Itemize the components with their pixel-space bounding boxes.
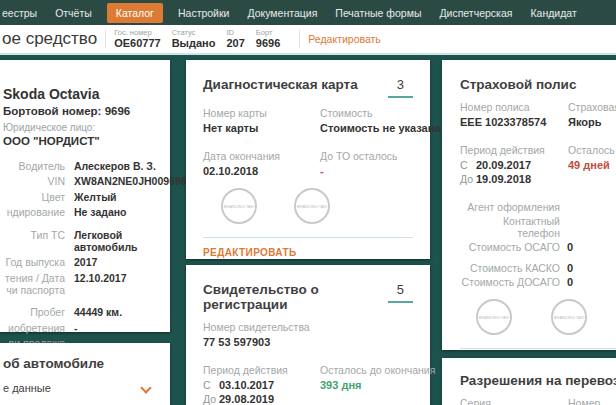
header-field-id: ID 207 [226,29,244,49]
days-left-value: 393 дня [320,379,435,391]
number-label: Номер [568,397,600,405]
legal-entity-value: ООО "НОРДИСТ" [3,135,164,147]
period-from-date: 03.10.2017 [219,379,274,391]
attr-value: 2017 [74,256,97,268]
branding-taxi-placeholder[interactable]: BRANDING TAXI [476,299,512,335]
agent-label: Агент оформления [460,201,560,213]
period-from-date: 20.09.2017 [476,159,531,171]
dosago-cost-label: Стоимость ДОСАГО [460,276,560,288]
series-label: Серия [460,397,568,405]
attr-row-vin: VINXW8AN2NE0JH009696 [3,175,164,187]
insurance-company-value: Якорь [568,116,616,128]
nav-item-nastroyki[interactable]: Настройки [178,7,230,19]
osago-cost-value: 0 [567,241,573,253]
chevron-down-icon [140,382,151,393]
certificate-number-label: Номер свидетельства [203,321,413,333]
attr-value: Не задано [74,206,127,218]
registration-count-badge[interactable]: 5 [388,282,413,303]
registration-card: Свидетельство о регистрации 5 Номер свид… [186,265,430,405]
branding-taxi-placeholder[interactable]: BRANDING TAXI [221,188,257,224]
attr-label: Пробег [3,306,65,318]
legal-entity-label: Юридическое лицо: [3,122,164,133]
nav-item-otchety[interactable]: Отчёты [55,7,92,19]
insurance-card-title: Страховой полис [460,77,616,92]
registration-card-title: Свидетельство о регистрации [203,282,388,312]
edit-diagnostic-link[interactable]: РЕДАКТИРОВАТЬ [203,247,413,258]
days-left-value: 49 дней [568,159,616,171]
insurance-company-label: Страховая компания [568,101,616,113]
field-value: 207 [226,37,244,49]
nav-item-katalog[interactable]: Каталог [107,3,163,23]
period-to-prefix: До [203,393,219,405]
attr-label: иобретения [3,322,65,334]
attr-label: Водитель [3,160,65,172]
end-date-value: 02.10.2018 [203,165,320,177]
permits-card-title: Разрешения на перевозку [460,373,616,388]
card-number-label: Номер карты [203,107,320,119]
vehicle-header: ое средство Гос. номер ОЕ60777 Статус Вы… [0,25,616,55]
permits-card: Разрешения на перевозку Серия Номер [442,358,616,405]
nav-item-dispetcherskaya[interactable]: Диспетчерская [439,7,512,19]
card-divider [460,348,616,349]
header-field-gos-nomer: Гос. номер ОЕ60777 [114,29,160,49]
attr-row-color: ЦветЖелтый [3,191,164,203]
vehicle-board-number: Бортовой номер: 9696 [3,105,164,117]
field-value: ОЕ60777 [114,37,160,49]
period-to-prefix: До [460,173,476,185]
field-value: Выдано [172,37,216,49]
kasko-cost-label: Стоимость КАСКО [460,262,560,274]
card-number-value: Нет карты [203,122,320,134]
nav-item-dokumentaciya[interactable]: Документация [247,7,317,19]
days-left-label: Осталось до окончания [320,364,435,376]
about-car-title: об автомобиле [3,356,154,371]
period-label: Период действия [203,364,320,376]
branding-taxi-label: BRANDING TAXI [296,204,329,209]
branding-taxi-placeholder[interactable]: BRANDING TAXI [551,299,587,335]
header-field-status: Статус Выдано [172,29,216,49]
period-label: Период действия [460,144,568,156]
branding-taxi-label: BRANDING TAXI [478,315,511,320]
app-root: еестры Отчёты Каталог Настройки Документ… [0,0,616,405]
period-to-date: 19.09.2018 [476,173,531,185]
period-from-prefix: С [203,379,219,391]
vehicle-summary-card: Skoda Octavia Бортовой номер: 9696 Юриди… [0,60,170,332]
attr-row-type: Тип ТСЛегковой автомобиль [3,229,164,254]
nav-item-pechatnye-formy[interactable]: Печатные формы [335,7,421,19]
period-from-prefix: С [460,159,476,171]
header-divider [105,30,106,48]
attr-label: VIN [3,175,65,187]
diagnostic-card-title: Диагностическая карта [203,77,358,92]
branding-taxi-placeholder[interactable]: BRANDING TAXI [294,188,330,224]
nav-item-kandidat[interactable]: Кандидат [530,7,576,19]
about-car-card: об автомобиле е данные [0,343,170,405]
attr-label: Тип ТС [3,229,65,254]
nav-item-reestry[interactable]: еестры [2,7,37,19]
attr-value: Алескеров В. З. [74,160,156,172]
period-to-date: 29.08.2019 [219,393,274,405]
branding-taxi-label: BRANDING TAXI [553,315,586,320]
cost-label: Стоимость [320,107,440,119]
attr-value: XW8AN2NE0JH009696 [74,175,187,187]
attr-value: Желтый [74,191,117,203]
card-divider [203,237,413,238]
branding-taxi-label: BRANDING TAXI [223,204,256,209]
field-label: Гос. номер [114,29,160,37]
attr-value: 44449 км. [74,306,122,318]
attr-label: ндирование [3,206,65,218]
field-label: Статус [172,29,216,37]
edit-vehicle-link[interactable]: Редактировать [308,33,381,45]
attr-value: 12.10.2017 [74,272,127,297]
policy-number-value: ЕЕЕ 1023378574 [460,116,568,128]
days-left-label: Осталось до окончания [568,144,616,156]
attr-row-driver: ВодительАлескеров В. З. [3,160,164,172]
header-field-bort: Борт 9696 [256,29,280,49]
attr-value: - [74,322,78,334]
dosago-cost-value: 0 [567,276,573,288]
insurance-card: Страховой полис Номер полиса ЕЕЕ 1023378… [442,60,616,350]
diagnostic-count-badge[interactable]: 3 [388,77,413,98]
diagnostic-card: Диагностическая карта 3 Номер карты Нет … [186,60,430,259]
attr-row-branding: ндированиеНе задано [3,206,164,218]
about-section-general[interactable]: е данные [3,382,154,394]
policy-number-label: Номер полиса [460,101,568,113]
to-left-label: До ТО осталось [320,150,413,162]
